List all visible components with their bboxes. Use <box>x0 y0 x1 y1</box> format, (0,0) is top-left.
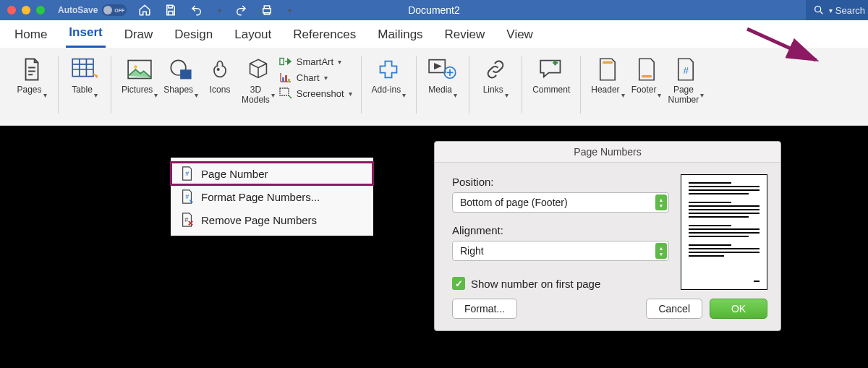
svg-text:#: # <box>185 170 189 177</box>
pictures-button[interactable]: Pictures▾ <box>119 54 161 107</box>
format-page-numbers-icon: # <box>181 189 194 204</box>
dialog-title: Page Numbers <box>435 142 780 163</box>
3d-models-button[interactable]: 3D Models▾ <box>239 54 278 107</box>
table-button[interactable]: Table▾ <box>66 54 103 107</box>
svg-rect-9 <box>282 77 284 82</box>
ribbon-tabs: Home Insert Draw Design Layout Reference… <box>0 20 868 48</box>
tab-design[interactable]: Design <box>171 24 216 48</box>
alignment-combo[interactable]: Right ▲▼ <box>452 241 669 261</box>
tab-insert[interactable]: Insert <box>66 22 105 48</box>
combo-stepper-icon: ▲▼ <box>655 194 667 210</box>
svg-rect-11 <box>288 79 290 82</box>
media-icon <box>428 55 457 84</box>
titlebar: AutoSave OFF ▾ ▾ Document2 ▾ Search <box>0 0 868 20</box>
toggle-off-icon: OFF <box>102 4 127 16</box>
page-numbers-dialog: Page Numbers Position: Bottom of page (F… <box>434 141 781 331</box>
addins-icon <box>377 55 400 84</box>
svg-rect-15 <box>603 61 613 64</box>
checkbox-checked-icon: ✓ <box>452 277 465 290</box>
position-combo[interactable]: Bottom of page (Footer) ▲▼ <box>452 192 669 213</box>
smartart-icon <box>279 56 292 67</box>
page-number-button[interactable]: # Page Number▾ <box>665 54 707 107</box>
smartart-button[interactable]: SmartArt▾ <box>278 55 354 68</box>
alignment-value: Right <box>460 245 484 257</box>
tab-references[interactable]: References <box>290 24 359 48</box>
show-first-page-label: Show number on first page <box>471 278 600 290</box>
page-number-menu-icon: # <box>181 166 194 181</box>
format-button[interactable]: Format... <box>452 299 517 319</box>
table-icon <box>72 55 98 84</box>
position-label: Position: <box>452 176 669 188</box>
show-first-page-checkbox[interactable]: ✓ Show number on first page <box>452 277 669 290</box>
svg-text:#: # <box>184 216 188 223</box>
3d-models-icon <box>247 55 269 84</box>
undo-icon[interactable] <box>190 4 203 17</box>
qat-customize-dropdown[interactable]: ▾ <box>288 7 292 14</box>
shapes-button[interactable]: Shapes▾ <box>161 54 201 107</box>
svg-point-7 <box>218 69 219 70</box>
svg-rect-16 <box>642 75 652 77</box>
page-number-menu: # Page Number # Format Page Numbers... #… <box>171 158 373 236</box>
svg-rect-6 <box>181 70 191 78</box>
page-preview <box>681 174 767 290</box>
svg-rect-12 <box>280 88 289 95</box>
undo-dropdown[interactable]: ▾ <box>218 7 221 14</box>
icons-icon <box>209 55 231 84</box>
pages-button[interactable]: Pages▾ <box>13 54 51 107</box>
svg-rect-2 <box>72 59 93 77</box>
position-value: Bottom of page (Footer) <box>460 197 568 208</box>
menu-page-number[interactable]: # Page Number <box>171 162 373 185</box>
screenshot-icon <box>279 87 292 99</box>
links-icon <box>484 55 507 84</box>
comment-icon <box>539 55 563 84</box>
icons-button[interactable]: Icons <box>201 54 239 107</box>
comment-button[interactable]: Comment <box>529 54 573 107</box>
combo-stepper-icon: ▲▼ <box>655 243 667 259</box>
svg-text:#: # <box>684 65 689 76</box>
alignment-label: Alignment: <box>452 224 669 236</box>
home-icon[interactable] <box>138 4 151 17</box>
tab-view[interactable]: View <box>503 24 536 48</box>
svg-point-4 <box>134 65 137 69</box>
page-number-icon: # <box>676 55 696 84</box>
header-button[interactable]: Header▾ <box>588 54 627 107</box>
svg-rect-8 <box>280 59 284 65</box>
tab-draw[interactable]: Draw <box>122 24 156 48</box>
svg-rect-0 <box>263 9 271 13</box>
autosave-toggle[interactable]: AutoSave OFF <box>58 4 127 16</box>
cancel-button[interactable]: Cancel <box>646 299 702 319</box>
tab-layout[interactable]: Layout <box>231 24 274 48</box>
save-icon[interactable] <box>164 4 177 17</box>
addins-button[interactable]: Add-ins▾ <box>369 54 409 107</box>
quick-access-toolbar: ▾ ▾ <box>138 4 292 17</box>
media-button[interactable]: Media▾ <box>424 54 461 107</box>
svg-text:#: # <box>185 193 189 200</box>
ok-button[interactable]: OK <box>710 299 767 319</box>
menu-remove-page-numbers[interactable]: # Remove Page Numbers <box>171 208 373 231</box>
svg-rect-10 <box>285 75 287 82</box>
ribbon: Pages▾ Table▾ Pictures▾ Shapes▾ Icons 3D… <box>0 48 868 126</box>
shapes-icon <box>169 55 192 84</box>
close-window-button[interactable] <box>7 6 16 14</box>
minimize-window-button[interactable] <box>22 6 30 14</box>
window-controls <box>0 6 45 14</box>
remove-page-numbers-icon: # <box>181 213 194 227</box>
pictures-icon <box>127 55 152 84</box>
screenshot-button[interactable]: Screenshot▾ <box>278 87 354 100</box>
print-icon[interactable] <box>260 4 273 17</box>
document-title: Document2 <box>408 4 460 16</box>
tab-review[interactable]: Review <box>442 24 488 48</box>
links-button[interactable]: Links▾ <box>477 54 514 107</box>
footer-button[interactable]: Footer▾ <box>628 54 665 107</box>
zoom-window-button[interactable] <box>36 6 45 14</box>
chart-button[interactable]: Chart▾ <box>278 71 354 84</box>
search-placeholder: Search <box>835 5 865 16</box>
pages-icon <box>21 55 43 84</box>
header-icon <box>597 55 618 84</box>
tab-mailings[interactable]: Mailings <box>375 24 425 48</box>
autosave-label: AutoSave <box>58 5 98 15</box>
redo-icon[interactable] <box>234 4 247 17</box>
search-box[interactable]: ▾ Search <box>806 0 868 20</box>
menu-format-page-numbers[interactable]: # Format Page Numbers... <box>171 185 373 208</box>
tab-home[interactable]: Home <box>12 24 50 48</box>
